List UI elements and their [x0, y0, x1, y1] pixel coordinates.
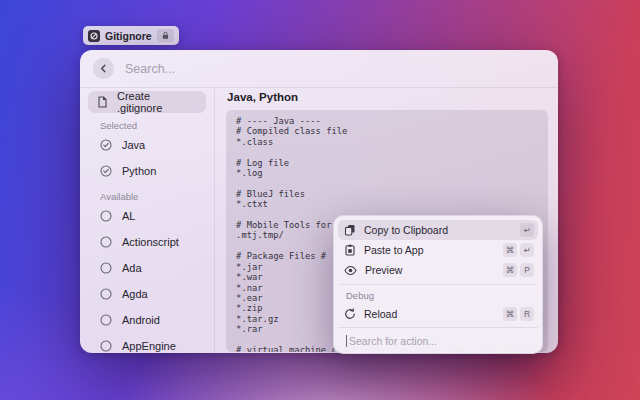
- document-icon: [97, 96, 108, 108]
- menu-item-preview[interactable]: Preview ⌘ P: [338, 260, 538, 280]
- sidebar-item-label: Agda: [122, 288, 148, 300]
- menu-item-label: Copy to Clipboard: [364, 224, 448, 236]
- section-title-available: Available: [100, 191, 214, 203]
- command-key: ⌘: [503, 263, 517, 277]
- chevron-left-icon: [99, 64, 108, 73]
- search-input[interactable]: Search...: [125, 62, 175, 76]
- sidebar-item-label: Ada: [122, 262, 142, 274]
- extension-tag-label: Gitignore: [105, 30, 152, 42]
- command-key: ⌘: [503, 243, 517, 257]
- check-circle-icon: [100, 139, 112, 151]
- circle-icon: [100, 236, 112, 248]
- search-bar: Search...: [80, 50, 558, 88]
- menu-section-debug: Debug: [346, 290, 538, 301]
- lock-icon: [157, 29, 174, 42]
- extension-tag[interactable]: Gitignore: [83, 26, 179, 45]
- action-menu: Copy to Clipboard ↵ Paste to App ⌘ ↵ Pre…: [333, 215, 543, 354]
- shortcut-keys: ⌘ P: [503, 263, 534, 277]
- command-key: ⌘: [503, 307, 517, 321]
- shortcut-keys: ⌘ ↵: [503, 243, 534, 257]
- sidebar-item-label: Java: [122, 139, 145, 151]
- circle-icon: [100, 262, 112, 274]
- r-key: R: [520, 307, 534, 321]
- sidebar-item-label: Actionscript: [122, 236, 179, 248]
- sidebar-item-ada[interactable]: Ada: [80, 255, 214, 281]
- eye-icon: [344, 265, 357, 276]
- sidebar-item-al[interactable]: AL: [80, 203, 214, 229]
- circle-icon: [100, 314, 112, 326]
- sidebar-item-appengine[interactable]: AppEngine: [80, 333, 214, 352]
- sidebar-item-label: AL: [122, 210, 135, 222]
- sidebar-item-actionscript[interactable]: Actionscript: [80, 229, 214, 255]
- preview-title: Java, Python: [226, 91, 548, 107]
- back-button[interactable]: [93, 58, 114, 79]
- shortcut-keys: ↵: [520, 223, 534, 237]
- paste-icon: [344, 244, 356, 256]
- section-title-selected: Selected: [100, 120, 214, 132]
- return-key: ↵: [520, 243, 534, 257]
- sidebar-item-python[interactable]: Python: [80, 158, 214, 184]
- copy-icon: [344, 224, 356, 236]
- action-search-placeholder: Search for action...: [349, 335, 437, 347]
- action-search-input[interactable]: Search for action...: [338, 327, 538, 353]
- circle-icon: [100, 288, 112, 300]
- shortcut-keys: ⌘ R: [503, 307, 534, 321]
- check-circle-icon: [100, 165, 112, 177]
- template-sidebar: Create .gitignore Selected Java Python A…: [80, 88, 215, 352]
- sidebar-item-android[interactable]: Android: [80, 307, 214, 333]
- sidebar-item-label: Create .gitignore: [117, 90, 197, 114]
- gitignore-app-icon: [88, 30, 100, 42]
- menu-item-label: Preview: [365, 264, 402, 276]
- menu-item-paste-to-app[interactable]: Paste to App ⌘ ↵: [338, 240, 538, 260]
- circle-icon: [100, 210, 112, 222]
- menu-item-label: Paste to App: [364, 244, 424, 256]
- text-caret: [346, 335, 347, 347]
- return-key: ↵: [520, 223, 534, 237]
- menu-divider: [340, 284, 536, 285]
- p-key: P: [520, 263, 534, 277]
- menu-item-label: Reload: [364, 308, 397, 320]
- sidebar-item-label: AppEngine: [122, 340, 176, 352]
- sidebar-item-create-gitignore[interactable]: Create .gitignore: [88, 91, 206, 113]
- menu-item-reload[interactable]: Reload ⌘ R: [338, 304, 538, 324]
- circle-icon: [100, 340, 112, 352]
- menu-item-copy-to-clipboard[interactable]: Copy to Clipboard ↵: [338, 220, 538, 240]
- sidebar-item-agda[interactable]: Agda: [80, 281, 214, 307]
- sidebar-item-label: Python: [122, 165, 156, 177]
- sidebar-item-label: Android: [122, 314, 160, 326]
- sidebar-item-java[interactable]: Java: [80, 132, 214, 158]
- reload-icon: [344, 308, 356, 320]
